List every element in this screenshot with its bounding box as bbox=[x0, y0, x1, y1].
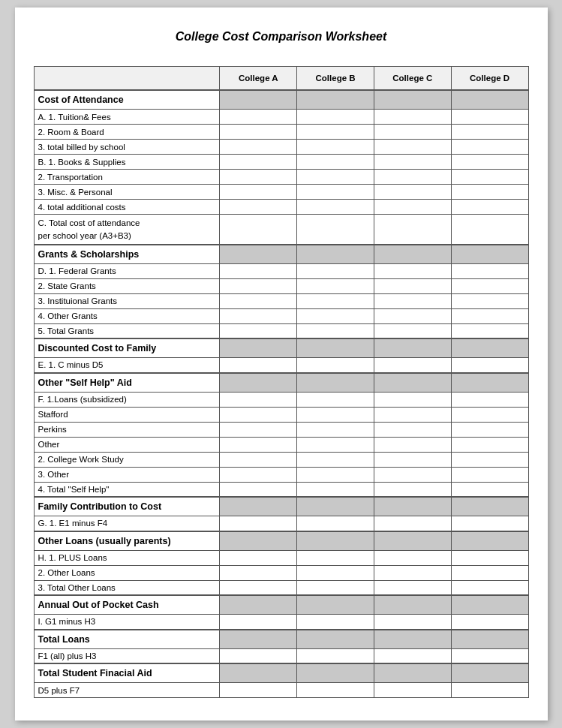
data-cell[interactable] bbox=[451, 516, 528, 531]
data-cell[interactable] bbox=[220, 140, 297, 155]
data-cell[interactable] bbox=[451, 185, 528, 200]
section-header-cell[interactable] bbox=[451, 338, 528, 358]
section-header-cell[interactable] bbox=[374, 531, 451, 551]
data-cell[interactable] bbox=[220, 565, 297, 580]
data-cell[interactable] bbox=[374, 110, 451, 125]
data-cell[interactable] bbox=[451, 452, 528, 467]
data-cell[interactable] bbox=[297, 125, 374, 140]
data-cell[interactable] bbox=[451, 358, 528, 373]
section-header-cell[interactable] bbox=[451, 663, 528, 683]
data-cell[interactable] bbox=[297, 155, 374, 170]
data-cell[interactable] bbox=[374, 125, 451, 140]
data-cell[interactable] bbox=[297, 110, 374, 125]
data-cell[interactable] bbox=[374, 452, 451, 467]
data-cell[interactable] bbox=[374, 516, 451, 531]
data-cell[interactable] bbox=[451, 422, 528, 437]
data-cell[interactable] bbox=[451, 323, 528, 338]
data-cell[interactable] bbox=[451, 140, 528, 155]
data-cell[interactable] bbox=[297, 278, 374, 293]
data-cell[interactable] bbox=[374, 185, 451, 200]
formula-cell[interactable] bbox=[451, 215, 528, 245]
data-cell[interactable] bbox=[451, 125, 528, 140]
section-header-cell[interactable] bbox=[220, 630, 297, 649]
section-header-cell[interactable] bbox=[451, 531, 528, 551]
data-cell[interactable] bbox=[220, 125, 297, 140]
section-header-cell[interactable] bbox=[297, 245, 374, 264]
section-header-cell[interactable] bbox=[220, 497, 297, 516]
data-cell[interactable] bbox=[297, 550, 374, 565]
data-cell[interactable] bbox=[220, 278, 297, 293]
data-cell[interactable] bbox=[220, 308, 297, 323]
data-cell[interactable] bbox=[297, 140, 374, 155]
section-header-cell[interactable] bbox=[220, 663, 297, 683]
data-cell[interactable] bbox=[220, 615, 297, 630]
section-header-cell[interactable] bbox=[220, 531, 297, 551]
data-cell[interactable] bbox=[297, 467, 374, 482]
data-cell[interactable] bbox=[297, 648, 374, 663]
data-cell[interactable] bbox=[220, 323, 297, 338]
data-cell[interactable] bbox=[451, 580, 528, 595]
data-cell[interactable] bbox=[451, 155, 528, 170]
data-cell[interactable] bbox=[451, 482, 528, 497]
data-cell[interactable] bbox=[451, 392, 528, 407]
section-header-cell[interactable] bbox=[220, 595, 297, 615]
data-cell[interactable] bbox=[374, 308, 451, 323]
data-cell[interactable] bbox=[220, 155, 297, 170]
data-cell[interactable] bbox=[374, 565, 451, 580]
data-cell[interactable] bbox=[220, 263, 297, 278]
data-cell[interactable] bbox=[374, 648, 451, 663]
data-cell[interactable] bbox=[374, 422, 451, 437]
data-cell[interactable] bbox=[374, 683, 451, 698]
section-header-cell[interactable] bbox=[297, 338, 374, 358]
section-header-cell[interactable] bbox=[220, 373, 297, 393]
data-cell[interactable] bbox=[451, 648, 528, 663]
data-cell[interactable] bbox=[374, 358, 451, 373]
data-cell[interactable] bbox=[220, 467, 297, 482]
section-header-cell[interactable] bbox=[451, 245, 528, 264]
section-header-cell[interactable] bbox=[374, 663, 451, 683]
data-cell[interactable] bbox=[297, 308, 374, 323]
data-cell[interactable] bbox=[220, 516, 297, 531]
section-header-cell[interactable] bbox=[451, 90, 528, 110]
data-cell[interactable] bbox=[297, 200, 374, 215]
data-cell[interactable] bbox=[374, 323, 451, 338]
section-header-cell[interactable] bbox=[374, 630, 451, 649]
data-cell[interactable] bbox=[374, 467, 451, 482]
data-cell[interactable] bbox=[451, 293, 528, 308]
data-cell[interactable] bbox=[297, 170, 374, 185]
data-cell[interactable] bbox=[374, 278, 451, 293]
section-header-cell[interactable] bbox=[220, 90, 297, 110]
data-cell[interactable] bbox=[451, 200, 528, 215]
data-cell[interactable] bbox=[220, 683, 297, 698]
section-header-cell[interactable] bbox=[297, 497, 374, 516]
formula-cell[interactable] bbox=[297, 215, 374, 245]
section-header-cell[interactable] bbox=[451, 630, 528, 649]
data-cell[interactable] bbox=[220, 580, 297, 595]
data-cell[interactable] bbox=[451, 565, 528, 580]
section-header-cell[interactable] bbox=[374, 338, 451, 358]
data-cell[interactable] bbox=[220, 185, 297, 200]
data-cell[interactable] bbox=[220, 392, 297, 407]
section-header-cell[interactable] bbox=[297, 595, 374, 615]
section-header-cell[interactable] bbox=[451, 497, 528, 516]
data-cell[interactable] bbox=[220, 550, 297, 565]
data-cell[interactable] bbox=[374, 615, 451, 630]
data-cell[interactable] bbox=[374, 170, 451, 185]
section-header-cell[interactable] bbox=[451, 595, 528, 615]
data-cell[interactable] bbox=[374, 580, 451, 595]
section-header-cell[interactable] bbox=[374, 90, 451, 110]
data-cell[interactable] bbox=[220, 110, 297, 125]
data-cell[interactable] bbox=[374, 293, 451, 308]
section-header-cell[interactable] bbox=[297, 90, 374, 110]
formula-cell[interactable] bbox=[220, 215, 297, 245]
section-header-cell[interactable] bbox=[451, 373, 528, 393]
section-header-cell[interactable] bbox=[374, 245, 451, 264]
data-cell[interactable] bbox=[451, 683, 528, 698]
data-cell[interactable] bbox=[297, 615, 374, 630]
data-cell[interactable] bbox=[451, 407, 528, 422]
data-cell[interactable] bbox=[220, 358, 297, 373]
section-header-cell[interactable] bbox=[297, 531, 374, 551]
data-cell[interactable] bbox=[220, 482, 297, 497]
formula-cell[interactable] bbox=[374, 215, 451, 245]
data-cell[interactable] bbox=[220, 452, 297, 467]
